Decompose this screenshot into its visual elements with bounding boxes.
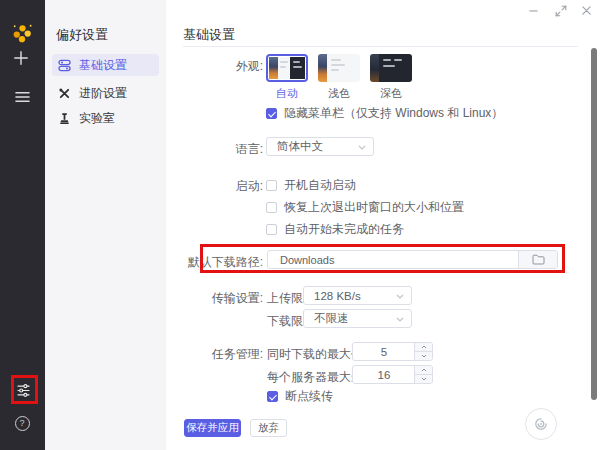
sidebar-item-label: 实验室 [79,110,115,127]
transfer-label: 传输设置: [183,290,263,307]
restore-window-checkbox[interactable] [266,202,277,213]
download-path-value: Downloads [280,251,334,268]
max-connections-spinner [414,366,432,383]
autostart-label: 开机自动启动 [284,177,356,194]
add-task-button[interactable] [11,48,31,68]
theme-thumb-photo [318,54,327,82]
sidebar-item-label: 基础设置 [79,57,127,74]
spinner-up-button[interactable] [415,366,432,375]
resume-label: 断点续传 [285,388,333,405]
startup-checkbox-row[interactable]: 自动开始未完成的任务 [266,221,404,238]
hide-menubar-label: 隐藏菜单栏（仅支持 Windows 和 Linux） [284,105,503,122]
resume-checkbox-row[interactable]: 断点续传 [267,388,333,405]
upload-limit-select[interactable]: 128 KB/s [303,286,412,305]
app-logo [9,20,35,46]
theme-thumb-dark-pane [379,54,412,82]
sliders-settings-icon [16,383,31,398]
max-tasks-spinner [414,343,432,360]
hide-menubar-checkbox[interactable] [266,108,277,119]
minimize-button[interactable] [526,3,541,18]
save-apply-button[interactable]: 保存并应用 [184,419,241,437]
resume-checkbox[interactable] [267,391,278,402]
browse-folder-button[interactable] [518,251,557,268]
resume-unfinished-label: 自动开始未完成的任务 [284,221,404,238]
max-connections-input[interactable]: 16 [352,365,433,384]
theme-thumb-photo [370,54,379,82]
theme-thumb-light[interactable] [318,54,360,82]
task-management-label: 任务管理: [183,346,263,363]
chevron-down-icon [396,317,404,322]
plus-icon [13,50,29,66]
left-rail: ? [0,0,45,450]
close-button[interactable] [579,3,594,18]
task-list-button[interactable] [12,89,32,105]
preferences-sidebar: 偏好设置 基础设置 进阶设置 实验室 [45,0,166,450]
chevron-down-icon [396,294,404,299]
discard-button[interactable]: 放弃 [250,419,287,437]
theme-thumb-auto[interactable] [266,54,308,82]
max-tasks-value: 5 [353,343,415,360]
app-window: ? 偏好设置 基础设置 进阶设置 [0,0,600,450]
advanced-settings-icon [58,87,71,100]
language-label: 语言: [183,141,263,158]
max-connections-value: 16 [353,366,415,383]
speed-indicator-button[interactable] [525,408,557,440]
sidebar-item-lab[interactable]: 实验室 [52,107,159,129]
chevron-up-icon [421,368,427,372]
restore-window-label: 恢复上次退出时窗口的大小和位置 [284,199,464,216]
appearance-label: 外观: [183,58,263,75]
theme-thumb-light-pane [278,57,290,79]
theme-thumb-dark[interactable] [370,54,412,82]
theme-thumb-light-pane [327,54,360,82]
upload-limit-value: 128 KB/s [314,290,361,302]
app-logo-icon [10,21,35,46]
startup-checkbox-row[interactable]: 恢复上次退出时窗口的大小和位置 [266,199,464,216]
sidebar-item-label: 进阶设置 [79,85,127,102]
download-path-input[interactable]: Downloads [267,250,558,269]
theme-label-auto[interactable]: 自动 [266,86,308,101]
hide-menubar-checkbox-row[interactable]: 隐藏菜单栏（仅支持 Windows 和 Linux） [266,105,503,122]
download-path-label: 默认下载路径: [183,254,263,271]
minimize-icon [528,5,539,16]
basic-settings-icon [58,59,71,72]
chevron-down-icon [421,354,427,358]
sidebar-title: 偏好设置 [56,26,108,44]
lab-icon [58,112,71,125]
spinner-up-button[interactable] [415,343,432,352]
theme-thumb-photo [269,57,278,79]
download-limit-select[interactable]: 不限速 [303,309,412,328]
language-value: 简体中文 [277,139,323,154]
spinner-down-button[interactable] [415,352,432,360]
preferences-button[interactable] [15,382,31,398]
theme-options [266,54,412,82]
resume-unfinished-checkbox[interactable] [266,224,277,235]
restore-icon [555,5,567,17]
theme-label-light[interactable]: 浅色 [318,86,360,101]
help-icon: ? [15,416,30,431]
download-limit-value: 不限速 [314,311,349,326]
page-title: 基础设置 [183,26,235,44]
chevron-down-icon [358,145,366,150]
sidebar-item-basic-settings[interactable]: 基础设置 [52,54,159,76]
close-icon [581,5,592,16]
theme-option-labels: 自动 浅色 深色 [266,86,412,101]
startup-checkbox-row[interactable]: 开机自动启动 [266,177,356,194]
help-button[interactable]: ? [14,415,30,431]
startup-label: 启动: [183,178,263,195]
max-tasks-input[interactable]: 5 [352,342,433,361]
spiral-icon [533,416,549,432]
language-select[interactable]: 简体中文 [266,137,374,156]
scrollbar-thumb[interactable] [591,48,597,400]
sidebar-item-advanced-settings[interactable]: 进阶设置 [52,82,159,104]
autostart-checkbox[interactable] [266,180,277,191]
heading-divider [183,46,578,47]
folder-icon [532,254,545,265]
theme-thumb-dark-pane [290,57,305,79]
maximize-button[interactable] [553,3,568,18]
spinner-down-button[interactable] [415,375,432,383]
theme-label-dark[interactable]: 深色 [370,86,412,101]
hamburger-menu-icon [15,91,30,103]
chevron-up-icon [421,345,427,349]
chevron-down-icon [421,377,427,381]
